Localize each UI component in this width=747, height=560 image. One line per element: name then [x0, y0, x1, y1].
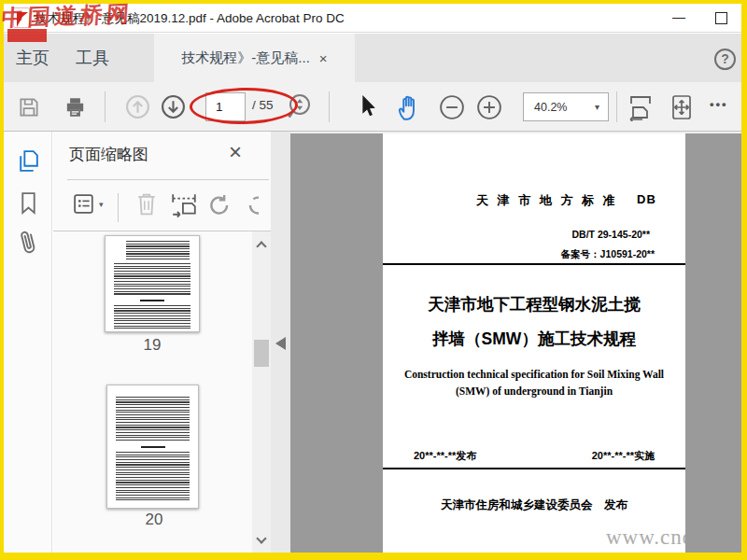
zoom-level-dropdown[interactable]: 40.2% ▾ [523, 92, 609, 121]
doc-db-label: DB [637, 192, 656, 206]
panel-divider [67, 179, 269, 180]
pages-icon [16, 148, 41, 174]
help-icon[interactable]: ? [714, 49, 736, 70]
chevron-down-icon: ▾ [595, 102, 608, 112]
thumbnail-label: 19 [105, 336, 200, 355]
fit-page-icon [668, 93, 696, 121]
trash-icon [135, 190, 158, 217]
zoom-in-button[interactable] [476, 94, 502, 120]
plus-circle-icon [476, 94, 502, 120]
collapse-panel-icon[interactable] [275, 337, 286, 350]
doc-title-en-line2: (SMW) of underground in Tianjin [383, 385, 685, 397]
tab-close-icon[interactable]: × [319, 51, 328, 65]
options-caret-icon: ▾ [99, 200, 104, 209]
navigation-rail [4, 132, 52, 553]
acrobat-window: 技术规程》-意见稿2019.12.pdf - Adobe Acrobat Pro… [0, 0, 747, 560]
save-button[interactable] [17, 95, 41, 119]
toolbar-separator [616, 91, 617, 122]
thumbnail-text [114, 305, 190, 329]
panel-scrollbar-thumb[interactable] [254, 340, 269, 367]
page-size-icon [170, 190, 198, 218]
frame-border [0, 0, 4, 560]
site-logo-watermark: 中国道桥网 [1, 0, 134, 33]
rotate-left-icon [206, 191, 233, 217]
toolbar-separator [329, 91, 330, 122]
minimize-button[interactable]: — [662, 4, 696, 32]
doc-issue-date: 20**-**-**发布 [414, 449, 476, 463]
bookmark-icon [16, 190, 41, 216]
doc-title-line1: 天津市地下工程型钢水泥土搅 [383, 293, 685, 315]
thumbnail-page-19[interactable] [105, 235, 200, 332]
doc-publisher: 天津市住房和城乡建设委员会 发布 [383, 497, 685, 513]
arrow-down-circle-icon [161, 94, 186, 119]
panel-toolbar-separator [118, 193, 119, 222]
previous-page-button[interactable] [125, 94, 150, 119]
delete-pages-button[interactable] [135, 190, 158, 217]
doc-rule-line [383, 468, 685, 469]
thumbnail-options-button[interactable]: ▾ [72, 191, 104, 217]
fit-width-button[interactable] [627, 93, 655, 121]
thumbnail-label: 20 [106, 511, 202, 529]
paperclip-icon [12, 224, 43, 259]
fit-page-button[interactable] [668, 93, 696, 121]
frame-border [0, 553, 747, 560]
thumbnail-text [116, 452, 190, 500]
page-thumbnails-panel: 页面缩略图 × ▾ 19 [53, 132, 271, 553]
toolbar-separator [105, 91, 106, 122]
main-toolbar: / 55 40.2% ▾ ••• [4, 82, 741, 132]
cursor-arrow-icon [357, 93, 376, 120]
thumbnail-text [116, 397, 190, 441]
rotate-left-button[interactable] [206, 191, 233, 217]
print-icon [63, 95, 88, 119]
red-circle-annotation [190, 87, 299, 125]
frame-border [741, 0, 747, 560]
doc-standard-label: 天 津 市 地 方 标 准 [476, 192, 618, 209]
thumbnail-heading [141, 446, 165, 448]
pdf-page: 天 津 市 地 方 标 准 DB DB/T 29-145-20** 备案号：J1… [383, 133, 685, 553]
thumbnail-page-20[interactable] [106, 385, 199, 509]
tab-tools[interactable]: 工具 [62, 34, 123, 82]
zoom-level-value: 40.2% [524, 101, 595, 114]
bookmarks-rail-button[interactable] [16, 190, 41, 216]
tab-bar: 主页 工具 技术规程》-意见稿... × ? [4, 34, 741, 82]
site-url-watermark: www.cnda [606, 525, 685, 550]
options-list-icon [72, 191, 97, 217]
doc-title-line2: 拌墙（SMW）施工技术规程 [383, 328, 685, 350]
thumbnail-text [114, 263, 190, 296]
tab-document[interactable]: 技术规程》-意见稿... × [154, 34, 355, 82]
minus-circle-icon [439, 94, 465, 120]
select-tool-button[interactable] [357, 93, 376, 120]
tab-document-label: 技术规程》-意见稿... [181, 49, 310, 67]
panel-close-icon[interactable]: × [229, 141, 242, 163]
fit-width-icon [627, 93, 655, 121]
maximize-button[interactable] [715, 12, 727, 24]
print-button[interactable] [63, 95, 88, 119]
hand-tool-button[interactable] [396, 93, 422, 121]
rotate-right-button[interactable] [245, 191, 259, 217]
panel-divider [53, 231, 271, 231]
rotate-right-icon [245, 191, 259, 217]
save-icon [17, 95, 41, 119]
thumbnail-heading [140, 300, 164, 301]
doc-title-en-line1: Construction technical specification for… [383, 369, 685, 380]
resize-pages-button[interactable] [170, 190, 198, 218]
doc-implementation-date: 20**-**-**实施 [592, 449, 655, 463]
more-tools-button[interactable]: ••• [710, 97, 728, 111]
page-thumbnails-rail-button[interactable] [16, 148, 41, 174]
panel-title: 页面缩略图 [69, 144, 148, 165]
arrow-up-circle-icon [125, 94, 150, 119]
thumbnail-text [126, 241, 190, 260]
doc-standard-number: DB/T 29-145-20** [572, 229, 650, 240]
attachments-rail-button[interactable] [12, 224, 43, 259]
doc-rule-line [383, 263, 685, 265]
document-view: 天 津 市 地 方 标 准 DB DB/T 29-145-20** 备案号：J1… [290, 132, 741, 553]
panel-scrollbar[interactable] [252, 231, 271, 553]
hand-tool-icon [396, 93, 422, 121]
next-page-button[interactable] [161, 94, 186, 119]
zoom-out-button[interactable] [439, 94, 465, 120]
doc-record-number: 备案号：J10591-20** [561, 248, 655, 261]
